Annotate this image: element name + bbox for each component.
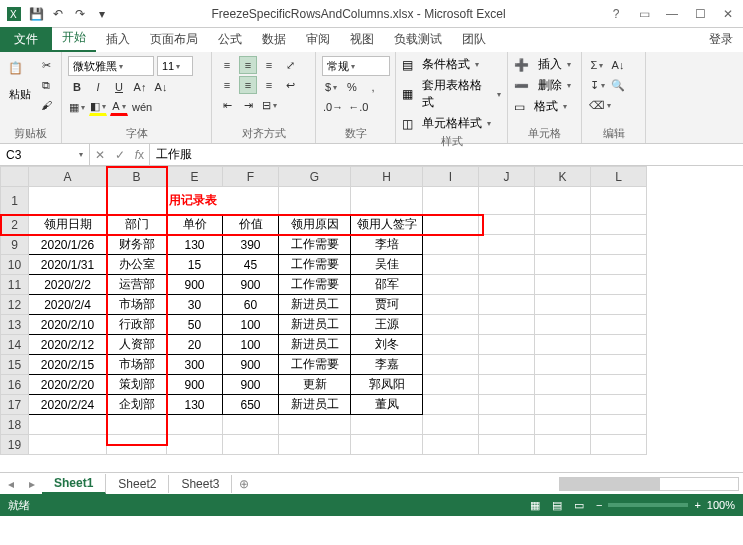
fill-color-button[interactable]: ◧▾ xyxy=(89,98,107,116)
data-cell[interactable]: 2020/2/12 xyxy=(29,335,107,355)
data-cell[interactable]: 贾珂 xyxy=(351,295,423,315)
tab-review[interactable]: 审阅 xyxy=(296,27,340,52)
empty-cell[interactable] xyxy=(167,415,223,435)
italic-button[interactable]: I xyxy=(89,78,107,96)
data-cell[interactable]: 2020/2/2 xyxy=(29,275,107,295)
header-cell[interactable]: 价值 xyxy=(223,215,279,235)
header-cell[interactable]: 领用人签字 xyxy=(351,215,423,235)
empty-cell[interactable] xyxy=(351,415,423,435)
data-cell[interactable]: 工作需要 xyxy=(279,255,351,275)
tab-team[interactable]: 团队 xyxy=(452,27,496,52)
data-cell[interactable]: 900 xyxy=(223,355,279,375)
row-header-10[interactable]: 10 xyxy=(1,255,29,275)
view-normal-icon[interactable]: ▦ xyxy=(530,499,540,512)
data-cell[interactable]: 2020/2/20 xyxy=(29,375,107,395)
empty-cell[interactable] xyxy=(279,435,351,455)
cell-styles-button[interactable]: ◫ 单元格样式▾ xyxy=(402,115,501,132)
border-button[interactable]: ▦▾ xyxy=(68,98,86,116)
sign-in-link[interactable]: 登录 xyxy=(699,27,743,52)
decrease-decimal-button[interactable]: ←.0 xyxy=(347,98,369,116)
percent-button[interactable]: % xyxy=(343,78,361,96)
comma-button[interactable]: , xyxy=(364,78,382,96)
select-all-corner[interactable] xyxy=(1,167,29,187)
data-cell[interactable]: 900 xyxy=(223,275,279,295)
horizontal-scrollbar[interactable] xyxy=(559,477,739,491)
wrap-text-button[interactable]: ↩ xyxy=(281,76,299,94)
format-as-table-button[interactable]: ▦ 套用表格格式▾ xyxy=(402,77,501,111)
col-header-A[interactable]: A xyxy=(29,167,107,187)
tab-insert[interactable]: 插入 xyxy=(96,27,140,52)
delete-cells-button[interactable]: ➖ 删除▾ xyxy=(514,77,575,94)
align-bottom-button[interactable]: ≡ xyxy=(260,56,278,74)
data-cell[interactable]: 市场部 xyxy=(107,295,167,315)
empty-cell[interactable] xyxy=(535,435,591,455)
empty-cell[interactable] xyxy=(107,415,167,435)
empty-cell[interactable] xyxy=(223,415,279,435)
orientation-button[interactable]: ⤢ xyxy=(281,56,299,74)
name-box[interactable]: C3▾ xyxy=(0,144,90,165)
data-cell[interactable]: 邵军 xyxy=(351,275,423,295)
help-icon[interactable]: ? xyxy=(607,7,625,21)
data-cell[interactable]: 新进员工 xyxy=(279,315,351,335)
fx-icon[interactable]: fx xyxy=(135,148,144,162)
paste-button[interactable]: 📋 粘贴 xyxy=(6,56,33,106)
data-cell[interactable]: 工作需要 xyxy=(279,355,351,375)
row-header-14[interactable]: 14 xyxy=(1,335,29,355)
data-cell[interactable]: 刘冬 xyxy=(351,335,423,355)
tab-view[interactable]: 视图 xyxy=(340,27,384,52)
cut-icon[interactable]: ✂ xyxy=(37,56,55,74)
zoom-out-button[interactable]: − xyxy=(596,499,602,511)
col-header-I[interactable]: I xyxy=(423,167,479,187)
empty-cell[interactable] xyxy=(29,435,107,455)
maximize-icon[interactable]: ☐ xyxy=(691,7,709,21)
sheet-nav-next-icon[interactable]: ▸ xyxy=(29,477,35,491)
col-header-K[interactable]: K xyxy=(535,167,591,187)
empty-cell[interactable] xyxy=(223,435,279,455)
data-cell[interactable]: 郭凤阳 xyxy=(351,375,423,395)
row-header-11[interactable]: 11 xyxy=(1,275,29,295)
increase-indent-button[interactable]: ⇥ xyxy=(239,96,257,114)
decrease-indent-button[interactable]: ⇤ xyxy=(218,96,236,114)
data-cell[interactable]: 900 xyxy=(167,375,223,395)
data-cell[interactable]: 20 xyxy=(167,335,223,355)
data-cell[interactable]: 100 xyxy=(223,335,279,355)
data-cell[interactable]: 新进员工 xyxy=(279,335,351,355)
col-header-F[interactable]: F xyxy=(223,167,279,187)
data-cell[interactable]: 吴佳 xyxy=(351,255,423,275)
empty-cell[interactable] xyxy=(423,415,479,435)
empty-cell[interactable] xyxy=(535,415,591,435)
header-cell[interactable]: 单价 xyxy=(167,215,223,235)
increase-decimal-button[interactable]: .0→ xyxy=(322,98,344,116)
empty-cell[interactable] xyxy=(423,435,479,455)
empty-cell[interactable] xyxy=(591,435,647,455)
empty-cell[interactable] xyxy=(351,435,423,455)
align-right-button[interactable]: ≡ xyxy=(260,76,278,94)
row-header-18[interactable]: 18 xyxy=(1,415,29,435)
zoom-level[interactable]: 100% xyxy=(707,499,735,511)
data-cell[interactable]: 2020/2/10 xyxy=(29,315,107,335)
tab-page-layout[interactable]: 页面布局 xyxy=(140,27,208,52)
row-header-12[interactable]: 12 xyxy=(1,295,29,315)
data-cell[interactable]: 15 xyxy=(167,255,223,275)
col-header-H[interactable]: H xyxy=(351,167,423,187)
data-cell[interactable]: 策划部 xyxy=(107,375,167,395)
font-color-button[interactable]: A▾ xyxy=(110,98,128,116)
new-sheet-button[interactable]: ⊕ xyxy=(232,477,256,491)
data-cell[interactable]: 60 xyxy=(223,295,279,315)
close-icon[interactable]: ✕ xyxy=(719,7,737,21)
tab-formulas[interactable]: 公式 xyxy=(208,27,252,52)
font-name-combo[interactable]: 微软雅黑▾ xyxy=(68,56,154,76)
clear-button[interactable]: ⌫▾ xyxy=(588,96,612,114)
cancel-formula-icon[interactable]: ✕ xyxy=(95,148,105,162)
conditional-format-button[interactable]: ▤ 条件格式▾ xyxy=(402,56,501,73)
data-cell[interactable]: 2020/2/15 xyxy=(29,355,107,375)
data-cell[interactable]: 企划部 xyxy=(107,395,167,415)
empty-cell[interactable] xyxy=(479,415,535,435)
data-cell[interactable]: 财务部 xyxy=(107,235,167,255)
sheet-nav-prev-icon[interactable]: ◂ xyxy=(8,477,14,491)
row-header-1[interactable]: 1 xyxy=(1,187,29,215)
copy-icon[interactable]: ⧉ xyxy=(37,76,55,94)
data-cell[interactable]: 45 xyxy=(223,255,279,275)
undo-icon[interactable]: ↶ xyxy=(50,6,66,22)
phonetic-button[interactable]: wén xyxy=(131,98,153,116)
